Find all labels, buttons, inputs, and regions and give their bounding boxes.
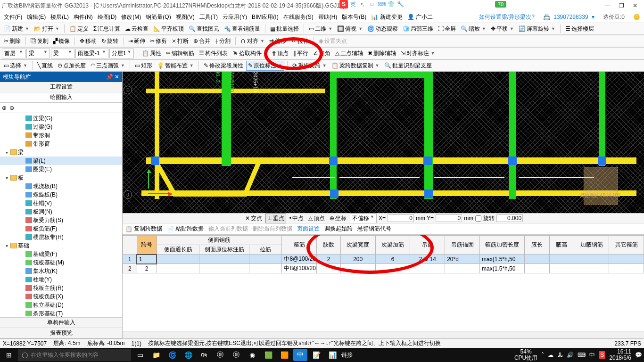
rebar-qty-button[interactable]: 🔩 查看钢筋量 — [222, 24, 262, 34]
copy-button[interactable]: ⿻ 复制 — [29, 36, 50, 46]
select-floor-button[interactable]: ☰ 选择楼层 — [563, 24, 596, 34]
col-sec-addbar[interactable]: 次梁加筋 — [375, 236, 410, 255]
col-haunch-l[interactable]: 腋长 — [524, 236, 549, 255]
intersect-button[interactable]: ⋕ 顶点 — [270, 49, 290, 58]
tree-item[interactable]: 筏板负筋(X) — [0, 292, 122, 301]
tree-item[interactable]: 柱帽(V) — [0, 199, 122, 207]
layer-combo[interactable]: 分层1▼ — [109, 49, 134, 58]
menu-bim[interactable]: BIM应用(I) — [250, 12, 281, 22]
type-combo[interactable]: 梁▼ — [51, 49, 74, 58]
tree-item[interactable]: 集水坑(K) — [0, 267, 122, 275]
collapse-icon[interactable]: ⊖ — [9, 105, 14, 111]
respan-button[interactable]: ⟳ 重提梁跨▼ — [290, 61, 329, 71]
minimize-button[interactable]: — — [605, 2, 611, 9]
ime-toolbar[interactable]: S 英 •, ☺ ⌨ 👕 🔧 — [339, 0, 405, 8]
inplace-label-button[interactable]: ✎ 原位标注▼ — [246, 61, 284, 71]
del-aux-button[interactable]: ✖ 删除辅轴 — [366, 49, 398, 58]
pin-icon[interactable]: 📌 — [106, 74, 113, 80]
app-green-icon[interactable]: 🟩 — [261, 349, 275, 361]
col-limbs[interactable]: 肢数 — [317, 236, 341, 255]
tray-up-icon[interactable]: ˄ — [541, 352, 544, 358]
offset-combo[interactable]: 不偏移▼ — [350, 214, 377, 223]
tab-project-settings[interactable]: 工程设置 — [0, 82, 122, 92]
tray-ime[interactable]: 中 — [589, 351, 595, 359]
mirror-button[interactable]: ▞ 镜像 — [51, 36, 72, 46]
tray-vol-icon[interactable]: 🔊 — [567, 352, 574, 358]
stretch-button[interactable]: ↔ 拉伸 — [289, 36, 311, 46]
cloud-check-button[interactable]: ☁ 云检查 — [123, 24, 150, 34]
tree-item[interactable]: 带形洞 — [0, 131, 122, 140]
store-icon[interactable]: 🛍 — [197, 349, 211, 361]
angle-button[interactable]: ∠ 点角 — [311, 49, 332, 58]
parallel-button[interactable]: ∥ 平行 — [291, 49, 310, 58]
tree-item[interactable]: 带形窗 — [0, 140, 122, 148]
zoom-button[interactable]: 🔍 缩放▼ — [459, 24, 488, 34]
table-row[interactable]: 22 中8@100/20 max(1.5*h,50 — [123, 264, 644, 273]
chrome-icon[interactable]: ◉ — [245, 349, 259, 361]
menu-change[interactable]: 📊 新建变更 — [369, 12, 404, 22]
tree-item[interactable]: 圈梁(E) — [0, 165, 122, 173]
tree-item[interactable]: 独立基础(D) — [0, 301, 122, 309]
link-text[interactable]: 链接 — [341, 351, 353, 359]
delete-button[interactable]: ✂ 删除 — [2, 36, 23, 46]
split-button[interactable]: ⟊ 分割 — [213, 36, 232, 46]
copy-span-button[interactable]: 📋 梁跨数据复制▼ — [330, 61, 381, 71]
copy-span-data-button[interactable]: 📋 复制跨数据 — [125, 225, 162, 233]
menu-version[interactable]: 版本号(B) — [340, 12, 368, 22]
tree-item[interactable]: 基础梁(F) — [0, 250, 122, 258]
open-button[interactable]: 📂 打开▼ — [32, 24, 61, 34]
tree-item[interactable]: 连梁(G) — [0, 114, 122, 123]
category-combo[interactable]: 梁▼ — [26, 49, 50, 58]
y-input[interactable] — [436, 214, 462, 222]
tree-item[interactable]: 柱墩(Y) — [0, 275, 122, 284]
attr-button[interactable]: 📋 属性 — [140, 49, 163, 58]
menu-view[interactable]: 视图(V) — [174, 12, 197, 22]
define-button[interactable]: 📋 定义 — [67, 24, 91, 34]
align-button[interactable]: ⫛ 对齐▼ — [239, 36, 266, 46]
edge-icon[interactable]: 🌐 — [181, 349, 195, 361]
tray-clock[interactable]: 16:112018/6/6 — [609, 349, 631, 361]
tri-aux-button[interactable]: △ 三点辅轴 — [333, 49, 365, 58]
swap-start-button[interactable]: 调换起始跨 — [324, 225, 353, 233]
page-setup-button[interactable]: 页面设置 — [297, 225, 320, 233]
ime-keyboard-icon[interactable]: ⌨ — [377, 0, 386, 8]
tree-item[interactable]: ▾梁 — [0, 148, 122, 156]
maximize-button[interactable]: ❐ — [619, 2, 624, 9]
snap-perp[interactable]: ⊥ 垂点 — [265, 214, 286, 223]
table-row[interactable]: 11 中8@100/20220062 Φ 14 20*dmax(1.5*h,50 — [123, 255, 644, 264]
expand-icon[interactable]: ⊕ — [2, 105, 7, 111]
col-haunch-bar[interactable]: 加腋钢筋 — [574, 236, 609, 255]
snap-intersect[interactable]: ✕ 交点 — [244, 214, 264, 223]
menu-edit[interactable]: 编辑(E) — [25, 12, 48, 22]
ime-wrench-icon[interactable]: 🔧 — [396, 0, 405, 8]
tree-item[interactable]: 板受力筋(S) — [0, 216, 122, 224]
ime-punct[interactable]: •, — [358, 0, 367, 8]
taskbar-search[interactable]: ◯ 在这里输入你要搜索的内容 — [18, 349, 131, 361]
rotate-checkbox[interactable] — [475, 215, 481, 222]
floor-combo[interactable]: 首层▼ — [2, 49, 25, 58]
col-stirrup[interactable]: 箍筋 — [282, 236, 317, 255]
align-label-button[interactable]: ⇲ 对齐标注▼ — [399, 49, 437, 58]
tray-sogou-icon[interactable]: S — [599, 351, 605, 359]
tree-item[interactable]: 板洞(N) — [0, 207, 122, 216]
smart-button[interactable]: 💡 智能布置▼ — [155, 61, 196, 71]
tray-net-icon[interactable]: 🖧 — [557, 352, 563, 358]
pt-len-button[interactable]: ⊙ 点加长度 — [56, 61, 88, 71]
col-other-stirrup[interactable]: 其它箍筋 — [609, 236, 644, 255]
new-button[interactable]: 📄 新建▼ — [2, 24, 31, 34]
pan-button[interactable]: ✥ 平移▼ — [489, 24, 516, 34]
col-span-no[interactable]: 跨号 — [137, 236, 157, 255]
app-orange-icon[interactable]: 🟧 — [277, 349, 291, 361]
help-link[interactable]: 如何设置梁/异形梁次? — [477, 12, 537, 22]
coin-icon[interactable]: 🪙 — [631, 13, 642, 21]
edge2-icon[interactable]: ⓔ — [213, 349, 227, 361]
ime-lang[interactable]: 英 — [349, 0, 357, 8]
paste-span-data-button[interactable]: 📄 粘贴跨数据 — [167, 225, 204, 233]
close-button[interactable]: ✕ — [633, 2, 637, 9]
tree-item[interactable]: 筏板基础(M) — [0, 258, 122, 267]
menu-rebar[interactable]: 钢筋量(Q) — [144, 12, 173, 22]
tree-item[interactable]: 螺旋板(B) — [0, 190, 122, 199]
panel-close-icon[interactable]: ✕ — [115, 74, 119, 80]
tree-item[interactable]: 条形基础(T) — [0, 309, 122, 317]
tab-single-input[interactable]: 单构件输入 — [0, 318, 122, 328]
